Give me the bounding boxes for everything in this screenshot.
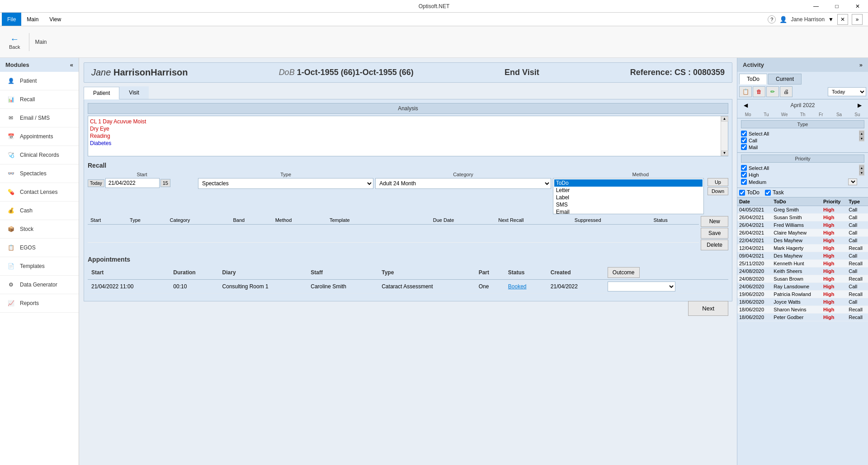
menu-bar-right: ? 👤 Jane Harrison ▼ ✕ » [768, 14, 866, 25]
act-todo: Claire Mayhew [772, 229, 821, 237]
activity-tool-clipboard[interactable]: 📋 [739, 86, 752, 97]
analysis-item-1[interactable]: Dry Eye [90, 125, 720, 132]
act-date: 18/06/2020 [737, 314, 772, 321]
sidebar-item-clinical-records[interactable]: 🩺 Clinical Records [0, 146, 79, 164]
activity-expand-icon[interactable]: » [859, 61, 863, 68]
next-button[interactable]: Next [688, 301, 728, 316]
tab-visit[interactable]: Visit [119, 86, 148, 99]
activity-title: Activity [743, 61, 764, 68]
sidebar-item-cash[interactable]: 💰 Cash [0, 202, 79, 220]
recall-type-select[interactable]: Spectacles Contact Lenses Eye Test Other [198, 178, 373, 189]
cal-next[interactable]: ▶ [855, 101, 864, 109]
back-button[interactable]: ← Back [5, 32, 24, 52]
type-scroll-up[interactable]: ▲ [859, 131, 864, 136]
activity-tool-edit[interactable]: ✏ [766, 86, 779, 97]
help-icon[interactable]: ? [768, 15, 776, 23]
activity-table: Date ToDo Priority Type 04/05/2021 Greg … [737, 197, 868, 465]
minimize-button[interactable]: — [806, 0, 826, 13]
sidebar-item-recall[interactable]: 📊 Recall [0, 90, 79, 109]
priority-filter-title: Priority [741, 155, 864, 163]
sidebar-item-contact-lenses[interactable]: 💊 Contact Lenses [0, 183, 79, 202]
appt-col-created: Created [547, 266, 604, 280]
analysis-item-2[interactable]: Reading [90, 132, 720, 140]
sidebar-item-data-generator[interactable]: ⚙ Data Generator [0, 276, 79, 294]
sidebar-item-stock[interactable]: 📦 Stock [0, 220, 79, 239]
new-button[interactable]: New [701, 216, 728, 227]
analysis-scrollbar: ▲ ▼ [721, 116, 728, 156]
cb-call[interactable] [741, 137, 747, 143]
user-dropdown-icon[interactable]: ▼ [828, 16, 834, 23]
tab-current[interactable]: Current [768, 74, 802, 85]
act-priority: High [821, 298, 847, 306]
down-button[interactable]: Down [708, 187, 728, 195]
end-visit[interactable]: End Visit [505, 68, 539, 77]
close-button[interactable]: ✕ [847, 0, 868, 13]
menu-expand-button[interactable]: » [852, 14, 863, 25]
act-todo: Susan Brown [772, 275, 821, 283]
priority-scroll-up[interactable]: ▲ [859, 165, 864, 170]
appt-col-status: Status [505, 266, 547, 280]
cb-mail[interactable] [741, 144, 747, 150]
up-button[interactable]: Up [708, 178, 728, 186]
analysis-section: Analysis CL 1 Day Acuvue Moist Dry Eye R… [88, 103, 728, 156]
method-sms[interactable]: SMS [554, 201, 703, 208]
appt-status[interactable]: Booked [505, 280, 547, 294]
act-date: 26/04/2021 [737, 221, 772, 229]
sidebar-item-patient[interactable]: 👤 Patient [0, 72, 79, 90]
recall-category-select[interactable]: Adult 24 Month Adult 12 Month Child Othe… [375, 178, 551, 189]
cb-priority-high[interactable] [741, 172, 747, 178]
cb-select-all[interactable] [741, 131, 747, 136]
outcome-button[interactable]: Outcome [608, 267, 640, 278]
act-todo: Patricia Rowland [772, 291, 821, 298]
priority-high: High [741, 171, 857, 178]
analysis-item-0[interactable]: CL 1 Day Acuvue Moist [90, 118, 720, 125]
cal-prev[interactable]: ◀ [741, 101, 750, 109]
analysis-item-3[interactable]: Diabetes [90, 140, 720, 147]
today-select[interactable]: Today This Week This Month [828, 87, 866, 96]
maximize-button[interactable]: □ [826, 0, 847, 13]
type-scroll-down[interactable]: ▼ [859, 136, 864, 141]
sidebar-item-reports[interactable]: 📈 Reports [0, 294, 79, 313]
table-row: 09/04/2021 Des Mayhew High Call [737, 252, 868, 260]
menu-close-button[interactable]: ✕ [837, 14, 848, 25]
priority-medium-select[interactable] [848, 178, 857, 185]
activity-tool-print[interactable]: 🖨 [780, 86, 793, 97]
user-name[interactable]: Jane Harrison [791, 16, 825, 23]
sidebar-item-appointments[interactable]: 📅 Appointments [0, 127, 79, 146]
recall-date-input[interactable] [105, 178, 160, 188]
activity-tool-delete[interactable]: 🗑 [753, 86, 765, 97]
view-menu[interactable]: View [44, 13, 66, 26]
dob-value-val: 1-Oct-1955 (66) [355, 68, 414, 77]
method-email[interactable]: Email [554, 208, 703, 214]
analysis-scroll-up[interactable]: ▲ [721, 116, 728, 122]
cb-priority-all[interactable] [741, 165, 747, 171]
priority-scroll-down[interactable]: ▼ [859, 170, 864, 175]
table-row: 26/04/2021 Claire Mayhew High Call [737, 229, 868, 237]
sidebar-item-templates[interactable]: 📄 Templates [0, 257, 79, 276]
sidebar-item-spectacles[interactable]: 👓 Spectacles [0, 164, 79, 183]
recall-method-listbox[interactable]: ToDo Letter Label SMS Email [553, 178, 704, 214]
outcome-select[interactable] [608, 282, 675, 291]
today-button[interactable]: Today [88, 179, 104, 187]
sidebar-label-spectacles: Spectacles [20, 170, 47, 177]
analysis-scroll-down[interactable]: ▼ [721, 150, 728, 156]
patient-last-name-val: Harrison [151, 67, 188, 77]
tab-patient[interactable]: Patient [84, 87, 119, 99]
file-menu[interactable]: File [2, 13, 21, 26]
method-label[interactable]: Label [554, 194, 703, 201]
save-button[interactable]: Save [701, 228, 728, 239]
cb-todo-filter[interactable] [739, 190, 745, 196]
tab-todo[interactable]: ToDo [739, 74, 767, 85]
sidebar-collapse-icon[interactable]: « [70, 61, 73, 68]
cb-priority-medium[interactable] [741, 179, 747, 185]
sidebar-item-egos[interactable]: 📋 EGOS [0, 239, 79, 257]
method-letter[interactable]: Letter [554, 187, 703, 194]
delete-button[interactable]: Delete [701, 240, 728, 250]
cb-task-filter[interactable] [765, 190, 771, 196]
method-todo[interactable]: ToDo [554, 179, 703, 187]
patient-name: Jane HarrisonHarrison [91, 67, 188, 78]
sidebar-item-email-sms[interactable]: ✉ Email / SMS [0, 109, 79, 127]
cb-mail-label: Mail [749, 145, 758, 150]
appt-outcome-dropdown[interactable] [604, 280, 728, 294]
main-menu[interactable]: Main [21, 13, 44, 26]
